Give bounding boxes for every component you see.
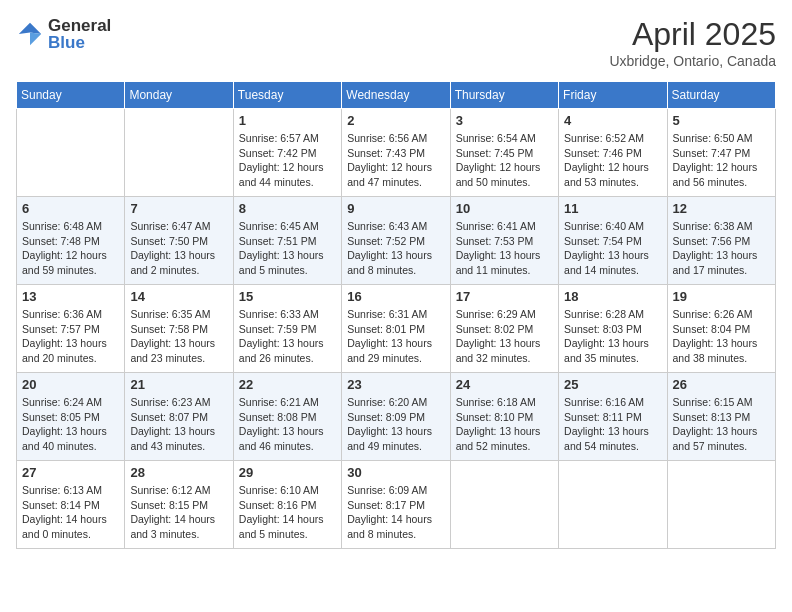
day-number: 29	[239, 465, 336, 480]
day-number: 24	[456, 377, 553, 392]
day-number: 11	[564, 201, 661, 216]
day-info: Sunrise: 6:21 AM Sunset: 8:08 PM Dayligh…	[239, 395, 336, 454]
day-number: 27	[22, 465, 119, 480]
calendar-cell: 28Sunrise: 6:12 AM Sunset: 8:15 PM Dayli…	[125, 461, 233, 549]
day-info: Sunrise: 6:15 AM Sunset: 8:13 PM Dayligh…	[673, 395, 770, 454]
day-number: 28	[130, 465, 227, 480]
calendar-cell: 12Sunrise: 6:38 AM Sunset: 7:56 PM Dayli…	[667, 197, 775, 285]
svg-marker-0	[19, 23, 41, 34]
weekday-header: Friday	[559, 82, 667, 109]
day-number: 30	[347, 465, 444, 480]
weekday-header: Tuesday	[233, 82, 341, 109]
day-number: 14	[130, 289, 227, 304]
weekday-header: Saturday	[667, 82, 775, 109]
calendar-cell: 15Sunrise: 6:33 AM Sunset: 7:59 PM Dayli…	[233, 285, 341, 373]
day-info: Sunrise: 6:29 AM Sunset: 8:02 PM Dayligh…	[456, 307, 553, 366]
calendar-cell: 14Sunrise: 6:35 AM Sunset: 7:58 PM Dayli…	[125, 285, 233, 373]
day-number: 19	[673, 289, 770, 304]
day-number: 2	[347, 113, 444, 128]
calendar-cell: 16Sunrise: 6:31 AM Sunset: 8:01 PM Dayli…	[342, 285, 450, 373]
day-info: Sunrise: 6:13 AM Sunset: 8:14 PM Dayligh…	[22, 483, 119, 542]
month-title: April 2025	[609, 16, 776, 53]
day-info: Sunrise: 6:23 AM Sunset: 8:07 PM Dayligh…	[130, 395, 227, 454]
day-info: Sunrise: 6:40 AM Sunset: 7:54 PM Dayligh…	[564, 219, 661, 278]
day-info: Sunrise: 6:18 AM Sunset: 8:10 PM Dayligh…	[456, 395, 553, 454]
day-info: Sunrise: 6:50 AM Sunset: 7:47 PM Dayligh…	[673, 131, 770, 190]
calendar-cell: 17Sunrise: 6:29 AM Sunset: 8:02 PM Dayli…	[450, 285, 558, 373]
day-number: 12	[673, 201, 770, 216]
svg-marker-1	[30, 33, 41, 46]
calendar-cell: 2Sunrise: 6:56 AM Sunset: 7:43 PM Daylig…	[342, 109, 450, 197]
calendar-cell: 24Sunrise: 6:18 AM Sunset: 8:10 PM Dayli…	[450, 373, 558, 461]
calendar-cell: 21Sunrise: 6:23 AM Sunset: 8:07 PM Dayli…	[125, 373, 233, 461]
calendar-cell: 13Sunrise: 6:36 AM Sunset: 7:57 PM Dayli…	[17, 285, 125, 373]
weekday-header: Wednesday	[342, 82, 450, 109]
calendar-cell: 4Sunrise: 6:52 AM Sunset: 7:46 PM Daylig…	[559, 109, 667, 197]
day-number: 18	[564, 289, 661, 304]
day-number: 7	[130, 201, 227, 216]
calendar-cell: 3Sunrise: 6:54 AM Sunset: 7:45 PM Daylig…	[450, 109, 558, 197]
day-number: 21	[130, 377, 227, 392]
calendar-cell: 30Sunrise: 6:09 AM Sunset: 8:17 PM Dayli…	[342, 461, 450, 549]
calendar-cell: 11Sunrise: 6:40 AM Sunset: 7:54 PM Dayli…	[559, 197, 667, 285]
day-info: Sunrise: 6:09 AM Sunset: 8:17 PM Dayligh…	[347, 483, 444, 542]
calendar-cell	[17, 109, 125, 197]
calendar-cell	[667, 461, 775, 549]
day-info: Sunrise: 6:56 AM Sunset: 7:43 PM Dayligh…	[347, 131, 444, 190]
calendar-cell	[125, 109, 233, 197]
location-subtitle: Uxbridge, Ontario, Canada	[609, 53, 776, 69]
day-info: Sunrise: 6:43 AM Sunset: 7:52 PM Dayligh…	[347, 219, 444, 278]
day-number: 6	[22, 201, 119, 216]
day-number: 13	[22, 289, 119, 304]
day-info: Sunrise: 6:33 AM Sunset: 7:59 PM Dayligh…	[239, 307, 336, 366]
logo-icon	[16, 20, 44, 48]
calendar-cell: 9Sunrise: 6:43 AM Sunset: 7:52 PM Daylig…	[342, 197, 450, 285]
weekday-header: Monday	[125, 82, 233, 109]
day-number: 8	[239, 201, 336, 216]
calendar-table: SundayMondayTuesdayWednesdayThursdayFrid…	[16, 81, 776, 549]
calendar-cell: 10Sunrise: 6:41 AM Sunset: 7:53 PM Dayli…	[450, 197, 558, 285]
calendar-week-row: 27Sunrise: 6:13 AM Sunset: 8:14 PM Dayli…	[17, 461, 776, 549]
day-number: 23	[347, 377, 444, 392]
calendar-cell: 6Sunrise: 6:48 AM Sunset: 7:48 PM Daylig…	[17, 197, 125, 285]
day-number: 4	[564, 113, 661, 128]
calendar-week-row: 13Sunrise: 6:36 AM Sunset: 7:57 PM Dayli…	[17, 285, 776, 373]
calendar-cell: 19Sunrise: 6:26 AM Sunset: 8:04 PM Dayli…	[667, 285, 775, 373]
day-info: Sunrise: 6:52 AM Sunset: 7:46 PM Dayligh…	[564, 131, 661, 190]
day-info: Sunrise: 6:41 AM Sunset: 7:53 PM Dayligh…	[456, 219, 553, 278]
weekday-header-row: SundayMondayTuesdayWednesdayThursdayFrid…	[17, 82, 776, 109]
day-number: 26	[673, 377, 770, 392]
day-number: 16	[347, 289, 444, 304]
day-number: 10	[456, 201, 553, 216]
calendar-cell: 22Sunrise: 6:21 AM Sunset: 8:08 PM Dayli…	[233, 373, 341, 461]
calendar-cell: 8Sunrise: 6:45 AM Sunset: 7:51 PM Daylig…	[233, 197, 341, 285]
day-number: 17	[456, 289, 553, 304]
calendar-cell: 18Sunrise: 6:28 AM Sunset: 8:03 PM Dayli…	[559, 285, 667, 373]
day-number: 3	[456, 113, 553, 128]
calendar-cell: 7Sunrise: 6:47 AM Sunset: 7:50 PM Daylig…	[125, 197, 233, 285]
day-number: 22	[239, 377, 336, 392]
calendar-cell: 25Sunrise: 6:16 AM Sunset: 8:11 PM Dayli…	[559, 373, 667, 461]
day-number: 15	[239, 289, 336, 304]
calendar-cell: 26Sunrise: 6:15 AM Sunset: 8:13 PM Dayli…	[667, 373, 775, 461]
day-info: Sunrise: 6:38 AM Sunset: 7:56 PM Dayligh…	[673, 219, 770, 278]
day-number: 1	[239, 113, 336, 128]
day-info: Sunrise: 6:35 AM Sunset: 7:58 PM Dayligh…	[130, 307, 227, 366]
calendar-cell: 1Sunrise: 6:57 AM Sunset: 7:42 PM Daylig…	[233, 109, 341, 197]
day-info: Sunrise: 6:10 AM Sunset: 8:16 PM Dayligh…	[239, 483, 336, 542]
logo: General Blue	[16, 16, 111, 52]
day-info: Sunrise: 6:31 AM Sunset: 8:01 PM Dayligh…	[347, 307, 444, 366]
calendar-cell: 27Sunrise: 6:13 AM Sunset: 8:14 PM Dayli…	[17, 461, 125, 549]
calendar-week-row: 20Sunrise: 6:24 AM Sunset: 8:05 PM Dayli…	[17, 373, 776, 461]
day-info: Sunrise: 6:24 AM Sunset: 8:05 PM Dayligh…	[22, 395, 119, 454]
day-info: Sunrise: 6:48 AM Sunset: 7:48 PM Dayligh…	[22, 219, 119, 278]
day-info: Sunrise: 6:57 AM Sunset: 7:42 PM Dayligh…	[239, 131, 336, 190]
weekday-header: Thursday	[450, 82, 558, 109]
day-info: Sunrise: 6:12 AM Sunset: 8:15 PM Dayligh…	[130, 483, 227, 542]
page-header: General Blue April 2025 Uxbridge, Ontari…	[16, 16, 776, 69]
day-info: Sunrise: 6:47 AM Sunset: 7:50 PM Dayligh…	[130, 219, 227, 278]
day-info: Sunrise: 6:54 AM Sunset: 7:45 PM Dayligh…	[456, 131, 553, 190]
calendar-week-row: 6Sunrise: 6:48 AM Sunset: 7:48 PM Daylig…	[17, 197, 776, 285]
calendar-cell	[450, 461, 558, 549]
calendar-cell	[559, 461, 667, 549]
